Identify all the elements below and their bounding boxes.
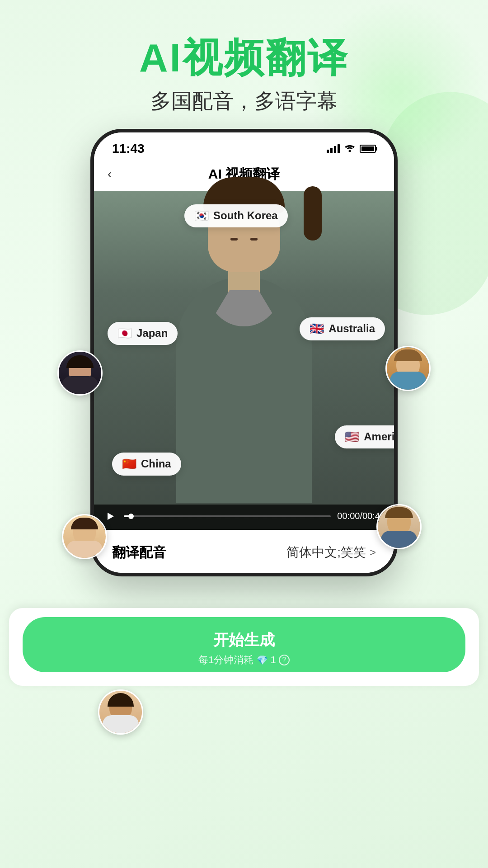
translate-value[interactable]: 简体中文;笑笑 > xyxy=(286,544,376,561)
japan-label: 🇯🇵 Japan xyxy=(108,322,178,345)
avatar-america xyxy=(376,504,422,549)
generate-sub-text: 每1分钟消耗 xyxy=(198,653,253,667)
america-flag: 🇺🇸 xyxy=(345,430,359,444)
generate-cost: 1 xyxy=(271,654,276,666)
australia-flag: 🇬🇧 xyxy=(310,322,324,336)
south-korea-label: 🇰🇷 South Korea xyxy=(184,204,288,227)
video-background xyxy=(94,191,394,530)
diamond-icon: 💎 xyxy=(257,655,268,665)
person-eye-right xyxy=(250,238,258,241)
header: AI视频翻译 多国配音，多语字幕 xyxy=(0,0,488,129)
help-icon[interactable]: ? xyxy=(279,655,290,665)
progress-bar[interactable] xyxy=(124,515,331,517)
svg-point-0 xyxy=(349,150,351,152)
back-button[interactable]: ‹ xyxy=(108,167,112,181)
person-hair-side xyxy=(304,186,322,241)
china-label: 🇨🇳 China xyxy=(112,453,181,476)
south-korea-name: South Korea xyxy=(213,209,278,222)
main-title: AI视频翻译 xyxy=(0,36,488,80)
person-eye-left xyxy=(230,238,238,241)
chevron-right-icon: > xyxy=(370,546,376,559)
translate-value-text: 简体中文;笑笑 xyxy=(286,544,366,561)
wifi-icon xyxy=(344,143,355,155)
status-icons xyxy=(327,143,376,155)
play-button[interactable] xyxy=(103,509,117,524)
generate-button[interactable]: 开始生成 每1分钟消耗 💎 1 ? xyxy=(23,617,465,672)
avatar-china xyxy=(62,514,107,559)
avatar-south-korea xyxy=(98,689,143,735)
america-name: America xyxy=(364,430,398,443)
translation-row[interactable]: 翻译配音 简体中文;笑笑 > xyxy=(112,543,376,562)
signal-icon xyxy=(327,144,340,153)
bottom-panel: 翻译配音 简体中文;笑笑 > xyxy=(94,530,394,573)
australia-name: Australia xyxy=(328,322,375,335)
video-controls: 00:00/00:48 xyxy=(94,505,394,530)
avatar-australia xyxy=(385,346,431,391)
australia-label: 🇬🇧 Australia xyxy=(300,317,385,340)
america-label: 🇺🇸 America xyxy=(335,425,398,448)
generate-button-sub: 每1分钟消耗 💎 1 ? xyxy=(198,653,290,667)
china-flag: 🇨🇳 xyxy=(122,457,136,471)
generate-button-label: 开始生成 xyxy=(213,630,275,651)
phone-frame: 11:43 xyxy=(90,129,398,576)
status-time: 11:43 xyxy=(112,142,145,156)
china-name: China xyxy=(141,458,171,470)
generate-area: 开始生成 每1分钟消耗 💎 1 ? xyxy=(9,608,479,686)
translate-label: 翻译配音 xyxy=(112,543,166,562)
status-bar: 11:43 xyxy=(94,132,394,160)
video-area: 🇰🇷 South Korea 🇯🇵 Japan 🇬🇧 Australia 🇨🇳 … xyxy=(94,191,394,530)
svg-marker-1 xyxy=(108,513,114,520)
south-korea-flag: 🇰🇷 xyxy=(194,209,209,223)
japan-name: Japan xyxy=(136,327,168,340)
sub-title: 多国配音，多语字幕 xyxy=(0,87,488,115)
phone-wrapper: 11:43 xyxy=(75,129,413,622)
avatar-japan xyxy=(57,350,103,396)
battery-icon xyxy=(360,145,376,153)
japan-flag: 🇯🇵 xyxy=(117,326,132,340)
